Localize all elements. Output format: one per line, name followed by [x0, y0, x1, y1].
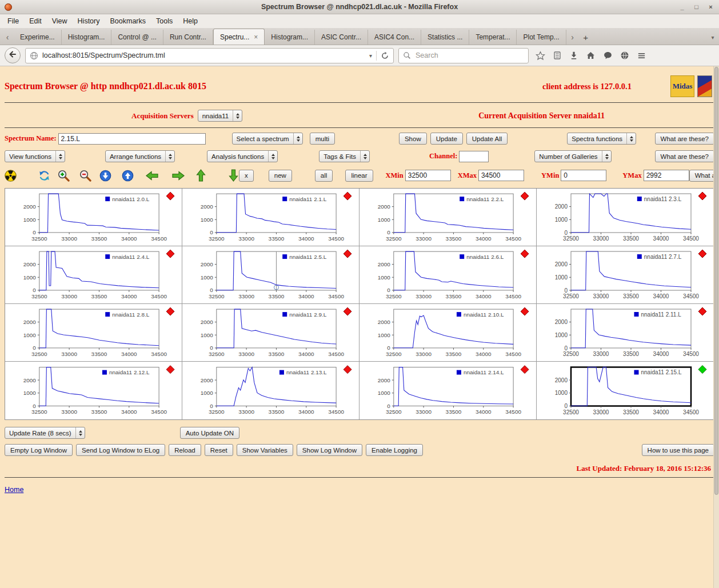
search-box[interactable]	[398, 48, 529, 63]
zoom-out-icon[interactable]	[79, 169, 91, 182]
url-dropdown-icon[interactable]: ▾	[369, 53, 372, 59]
number-of-galleries-select[interactable]: Number of Galleries	[534, 150, 611, 162]
plot-nnaida11-2-4-l[interactable]: 0100020003250033000335003400034500nnaida…	[5, 246, 182, 304]
new-tab-button[interactable]: +	[579, 33, 593, 42]
update-rate-select[interactable]: Update Rate (8 secs)	[5, 427, 85, 439]
tab-plot-temp[interactable]: Plot Temp...	[517, 30, 566, 45]
vertical-scrollbar[interactable]	[713, 66, 719, 588]
tags-and-fits-select[interactable]: Tags & Fits	[319, 150, 370, 162]
move-right-icon[interactable]	[171, 170, 185, 181]
move-left-icon[interactable]	[145, 170, 159, 181]
plot-nnaida11-2-8-l[interactable]: 0100020003250033000335003400034500nnaida…	[5, 304, 182, 362]
menu-bookmarks[interactable]: Bookmarks	[105, 15, 151, 27]
menu-tools[interactable]: Tools	[151, 15, 178, 27]
show-variables-button[interactable]: Show Variables	[237, 444, 293, 456]
tab-asic4-con[interactable]: ASIC4 Con...	[368, 30, 421, 45]
minimize-button[interactable]: _	[678, 3, 686, 10]
menu-view[interactable]: View	[47, 15, 73, 27]
tab-run-contr[interactable]: Run Contr...	[163, 30, 213, 45]
select-a-spectrum-select[interactable]: Select a spectrum	[232, 133, 303, 145]
site-identity-globe-icon[interactable]	[30, 51, 38, 60]
plot-nnaida11-2-6-l[interactable]: 0100020003250033000335003400034500nnaida…	[360, 246, 537, 304]
plot-nnaida11-2-10-l[interactable]: 0100020003250033000335003400034500nnaida…	[360, 304, 537, 362]
home-icon[interactable]	[586, 51, 596, 60]
xmin-input[interactable]	[405, 170, 451, 181]
arrange-functions-select[interactable]: Arrange functions	[105, 150, 175, 162]
linear-button[interactable]: linear	[345, 170, 373, 182]
search-input[interactable]	[414, 51, 524, 60]
plot-nnaida11-2-9-l[interactable]: 0100020003250033000335003400034500nnaida…	[182, 304, 360, 362]
ymax-input[interactable]	[644, 170, 689, 181]
scrollbar-thumb[interactable]	[714, 67, 718, 495]
how-to-use-button[interactable]: How to use this page	[642, 444, 714, 456]
midas-logo[interactable]: Midas	[670, 75, 694, 97]
auto-update-button[interactable]: Auto Update ON	[180, 427, 239, 439]
spectrum-name-input[interactable]	[58, 133, 206, 145]
enable-logging-button[interactable]: Enable Logging	[366, 444, 423, 456]
plot-nnaida11-2-14-l[interactable]: 0100020003250033000335003400034500nnaida…	[360, 362, 537, 419]
tab-close-icon[interactable]: ×	[254, 34, 258, 41]
zoom-y-in-icon[interactable]	[122, 170, 134, 182]
reload-icon[interactable]	[381, 51, 389, 60]
multi-button[interactable]: multi	[310, 133, 335, 145]
hello-icon[interactable]	[603, 51, 613, 60]
show-button[interactable]: Show	[399, 133, 427, 145]
list-tabs-icon[interactable]: ▾	[708, 30, 718, 45]
x-button[interactable]: x	[239, 170, 254, 182]
plot-nnaida11-2-5-l[interactable]: 0100020003250033000335003400034500nnaida…	[182, 246, 360, 304]
empty-log-window-button[interactable]: Empty Log Window	[5, 444, 73, 456]
plot-nnaida11-2-2-l[interactable]: 0100020003250033000335003400034500nnaida…	[360, 189, 537, 246]
tab-scroll-right-icon[interactable]: ›	[566, 30, 579, 45]
menu-file[interactable]: File	[2, 15, 24, 27]
secondary-logo[interactable]	[697, 75, 712, 97]
spectra-functions-select[interactable]: Spectra functions	[567, 133, 636, 145]
menu-edit[interactable]: Edit	[24, 15, 47, 27]
show-log-window-button[interactable]: Show Log Window	[297, 444, 362, 456]
tab-histogram[interactable]: Histogram...	[265, 30, 315, 45]
what-are-these-button-1[interactable]: What are these?	[655, 133, 714, 145]
what-are-these-button-2[interactable]: What are these?	[655, 150, 714, 162]
reload-button[interactable]: Reload	[169, 444, 201, 456]
move-up-icon[interactable]	[195, 169, 206, 182]
channel-input[interactable]	[459, 151, 489, 162]
move-down-icon[interactable]	[228, 169, 239, 182]
share-icon[interactable]	[620, 51, 629, 60]
menu-history[interactable]: History	[73, 15, 105, 27]
home-link[interactable]: Home	[5, 486, 23, 494]
plot-nnaida11-2-12-l[interactable]: 0100020003250033000335003400034500nnaida…	[5, 362, 182, 419]
acquisition-server-select[interactable]: nnaida11	[198, 110, 242, 122]
back-button[interactable]	[5, 47, 21, 63]
tab-temperat[interactable]: Temperat...	[469, 30, 517, 45]
plot-nnaida11-2-1-l[interactable]: 0100020003250033000335003400034500nnaida…	[182, 189, 360, 246]
tab-spectru[interactable]: Spectru...×	[213, 29, 265, 45]
zoom-in-icon[interactable]	[57, 169, 70, 182]
maximize-button[interactable]: □	[693, 3, 700, 10]
analysis-functions-select[interactable]: Analysis functions	[207, 150, 278, 162]
menu-help[interactable]: Help	[178, 15, 203, 27]
tab-histogram[interactable]: Histogram...	[62, 30, 112, 45]
tab-asic-contr[interactable]: ASIC Contr...	[315, 30, 368, 45]
plot-nnaida11-2-13-l[interactable]: 0100020003250033000335003400034500nnaida…	[182, 362, 360, 419]
plot-nnaida11-2-0-l[interactable]: 0100020003250033000335003400034500nnaida…	[5, 189, 182, 246]
plot-nnaida11-2-3-l[interactable]: 0100020003250033000335003400034500nnaida…	[537, 189, 714, 246]
update-all-button[interactable]: Update All	[466, 133, 508, 145]
tab-scroll-left-icon[interactable]: ‹	[1, 30, 14, 45]
send-log-window-to-elog-button[interactable]: Send Log Window to ELog	[76, 444, 165, 456]
url-text[interactable]: localhost:8015/Spectrum/Spectrum.tml	[42, 51, 365, 59]
tab-experime[interactable]: Experime...	[14, 30, 62, 45]
ymin-input[interactable]	[561, 170, 606, 181]
url-bar[interactable]: localhost:8015/Spectrum/Spectrum.tml ▾	[25, 48, 394, 63]
tab-statistics[interactable]: Statistics ...	[421, 30, 469, 45]
update-button[interactable]: Update	[430, 133, 463, 145]
plot-nnaida11-2-15-l[interactable]: 0100020003250033000335003400034500nnaida…	[537, 362, 714, 419]
xmax-input[interactable]	[478, 170, 524, 181]
downloads-icon[interactable]	[569, 51, 578, 60]
close-button[interactable]: ×	[707, 3, 714, 10]
plot-nnaida11-2-7-l[interactable]: 0100020003250033000335003400034500nnaida…	[537, 246, 714, 304]
zoom-y-out-icon[interactable]	[99, 170, 111, 182]
bookmark-star-icon[interactable]	[536, 51, 545, 61]
new-button[interactable]: new	[269, 170, 292, 182]
reset-button[interactable]: Reset	[205, 444, 233, 456]
radiation-icon[interactable]	[5, 170, 17, 182]
menu-icon[interactable]	[637, 51, 646, 60]
